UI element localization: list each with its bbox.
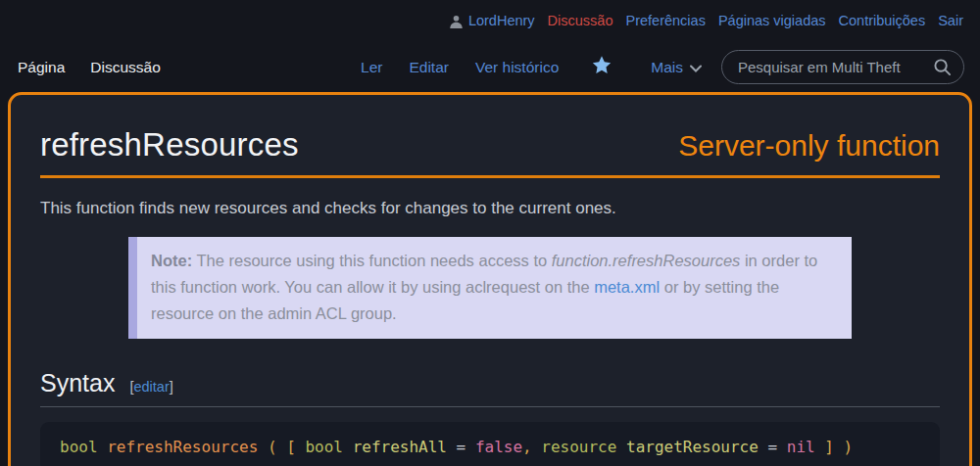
tab-discussion[interactable]: Discussão xyxy=(90,59,161,76)
preferences-link[interactable]: Preferências xyxy=(625,13,705,28)
code-token: false xyxy=(475,438,522,456)
note-label: Note: xyxy=(151,252,192,269)
nav-bar: Página Discussão Ler Editar Ver históric… xyxy=(0,28,980,92)
code-token: refreshResources xyxy=(107,438,258,456)
note-text-1: The resource using this function needs a… xyxy=(192,252,552,269)
username-label: LordHenry xyxy=(468,13,535,28)
syntax-code-block: bool refreshResources ( [ bool refreshAl… xyxy=(40,422,940,466)
syntax-heading: Syntax xyxy=(40,369,115,397)
logout-link[interactable]: Sair xyxy=(938,13,963,28)
article-content-box: refreshResources Server-only function Th… xyxy=(8,92,972,466)
contributions-link[interactable]: Contribuições xyxy=(839,13,926,28)
search-icon[interactable] xyxy=(933,58,952,80)
watch-star-button[interactable] xyxy=(591,55,612,79)
code-token: nil xyxy=(787,438,815,456)
code-token: bool xyxy=(305,438,343,456)
code-token: ] ) xyxy=(815,438,854,456)
code-token: ( [ xyxy=(258,438,305,456)
edit-bracket-close: ] xyxy=(170,379,173,395)
code-token xyxy=(98,438,108,456)
section-divider xyxy=(40,406,940,407)
code-token: , xyxy=(522,438,541,456)
code-token: resource xyxy=(541,438,616,456)
note-box: Note: The resource using this function n… xyxy=(128,237,852,339)
code-token: targetResource xyxy=(626,438,759,456)
more-menu-label: Mais xyxy=(651,59,683,76)
user-talk-link[interactable]: Discussão xyxy=(548,13,613,28)
syntax-heading-row: Syntax [editar] xyxy=(40,369,940,397)
title-row: refreshResources Server-only function xyxy=(40,126,940,178)
meta-xml-link[interactable]: meta.xml xyxy=(594,278,660,296)
more-menu-button[interactable]: Mais xyxy=(651,59,702,76)
chevron-down-icon xyxy=(690,59,702,76)
page-tabs: Página Discussão xyxy=(18,59,161,76)
view-edit[interactable]: Editar xyxy=(409,59,449,76)
user-page-link[interactable]: LordHenry xyxy=(449,13,535,28)
search-box xyxy=(721,50,964,84)
view-read[interactable]: Ler xyxy=(361,59,382,76)
code-token: bool xyxy=(60,438,98,456)
watchlist-link[interactable]: Páginas vigiadas xyxy=(718,13,826,28)
code-token: = xyxy=(759,438,787,456)
star-icon xyxy=(591,55,612,79)
server-only-label: Server-only function xyxy=(678,129,940,163)
view-history[interactable]: Ver histórico xyxy=(475,59,559,76)
code-token: = xyxy=(447,438,475,456)
view-links: Ler Editar Ver histórico Mais xyxy=(361,55,721,79)
search-input[interactable] xyxy=(721,50,964,84)
edit-section-link[interactable]: editar xyxy=(133,379,169,395)
tab-page[interactable]: Página xyxy=(18,59,65,76)
code-token xyxy=(616,438,626,456)
person-icon xyxy=(449,14,464,28)
page-title: refreshResources xyxy=(40,126,299,163)
note-acl-name: function.refreshResources xyxy=(552,252,741,269)
code-token xyxy=(343,438,353,456)
code-token: refreshAll xyxy=(353,438,447,456)
function-description: This function finds new resources and ch… xyxy=(40,199,940,218)
personal-bar: LordHenry Discussão Preferências Páginas… xyxy=(0,0,980,28)
edit-section: [editar] xyxy=(129,379,172,395)
